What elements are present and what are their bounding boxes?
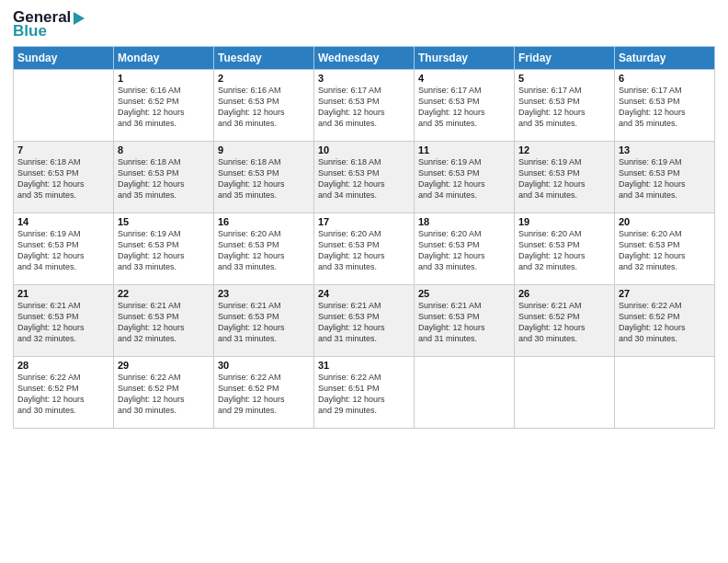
calendar-cell: 8Sunrise: 6:18 AMSunset: 6:53 PMDaylight… [114,142,214,213]
calendar-cell: 31Sunrise: 6:22 AMSunset: 6:51 PMDayligh… [314,357,415,429]
col-wednesday: Wednesday [314,47,415,70]
day-info: Sunrise: 6:20 AMSunset: 6:53 PMDaylight:… [518,228,610,273]
day-info: Sunrise: 6:17 AMSunset: 6:53 PMDaylight:… [418,85,510,130]
day-info: Sunrise: 6:21 AMSunset: 6:53 PMDaylight:… [118,300,210,345]
day-number: 27 [619,288,711,299]
calendar-cell: 18Sunrise: 6:20 AMSunset: 6:53 PMDayligh… [415,213,515,285]
day-info: Sunrise: 6:17 AMSunset: 6:53 PMDaylight:… [518,85,610,130]
calendar-cell: 23Sunrise: 6:21 AMSunset: 6:53 PMDayligh… [214,285,314,357]
day-number: 26 [518,288,610,299]
calendar-cell: 15Sunrise: 6:19 AMSunset: 6:53 PMDayligh… [114,213,214,285]
day-info: Sunrise: 6:18 AMSunset: 6:53 PMDaylight:… [218,156,310,201]
day-info: Sunrise: 6:20 AMSunset: 6:53 PMDaylight:… [619,228,711,273]
day-number: 9 [218,144,310,155]
day-info: Sunrise: 6:21 AMSunset: 6:53 PMDaylight:… [218,300,310,345]
day-info: Sunrise: 6:19 AMSunset: 6:53 PMDaylight:… [17,228,109,273]
calendar-cell: 29Sunrise: 6:22 AMSunset: 6:52 PMDayligh… [114,357,214,429]
calendar-cell: 26Sunrise: 6:21 AMSunset: 6:52 PMDayligh… [515,285,615,357]
calendar-cell: 2Sunrise: 6:16 AMSunset: 6:53 PMDaylight… [214,70,314,142]
calendar-cell: 14Sunrise: 6:19 AMSunset: 6:53 PMDayligh… [14,213,114,285]
day-info: Sunrise: 6:20 AMSunset: 6:53 PMDaylight:… [418,228,510,273]
day-number: 2 [218,73,310,84]
calendar-cell: 19Sunrise: 6:20 AMSunset: 6:53 PMDayligh… [515,213,615,285]
day-number: 12 [518,144,610,155]
day-number: 14 [17,216,109,227]
logo: General Blue [13,9,85,39]
day-number: 17 [318,216,410,227]
day-number: 5 [518,73,610,84]
calendar-cell: 24Sunrise: 6:21 AMSunset: 6:53 PMDayligh… [314,285,415,357]
day-number: 21 [17,288,109,299]
calendar: Sunday Monday Tuesday Wednesday Thursday… [13,46,715,429]
calendar-cell: 28Sunrise: 6:22 AMSunset: 6:52 PMDayligh… [14,357,114,429]
day-number: 19 [518,216,610,227]
calendar-cell: 30Sunrise: 6:22 AMSunset: 6:52 PMDayligh… [214,357,314,429]
day-number: 23 [218,288,310,299]
day-info: Sunrise: 6:18 AMSunset: 6:53 PMDaylight:… [118,156,210,201]
calendar-cell [415,357,515,429]
calendar-cell: 11Sunrise: 6:19 AMSunset: 6:53 PMDayligh… [415,142,515,213]
day-number: 15 [118,216,210,227]
col-saturday: Saturday [615,47,715,70]
day-number: 29 [118,360,210,371]
day-info: Sunrise: 6:18 AMSunset: 6:53 PMDaylight:… [318,156,410,201]
day-info: Sunrise: 6:19 AMSunset: 6:53 PMDaylight:… [118,228,210,273]
day-info: Sunrise: 6:20 AMSunset: 6:53 PMDaylight:… [318,228,410,273]
day-info: Sunrise: 6:18 AMSunset: 6:53 PMDaylight:… [17,156,109,201]
day-info: Sunrise: 6:16 AMSunset: 6:53 PMDaylight:… [218,85,310,130]
day-number: 11 [418,144,510,155]
col-tuesday: Tuesday [214,47,314,70]
day-info: Sunrise: 6:22 AMSunset: 6:52 PMDaylight:… [118,372,210,417]
day-number: 1 [118,73,210,84]
day-number: 10 [318,144,410,155]
logo-blue: Blue [13,23,85,39]
calendar-cell: 27Sunrise: 6:22 AMSunset: 6:52 PMDayligh… [615,285,715,357]
day-info: Sunrise: 6:19 AMSunset: 6:53 PMDaylight:… [619,156,711,201]
day-number: 8 [118,144,210,155]
day-info: Sunrise: 6:21 AMSunset: 6:53 PMDaylight:… [17,300,109,345]
day-number: 16 [218,216,310,227]
day-number: 6 [619,73,711,84]
day-number: 20 [619,216,711,227]
day-info: Sunrise: 6:17 AMSunset: 6:53 PMDaylight:… [619,85,711,130]
day-number: 25 [418,288,510,299]
calendar-week-row: 7Sunrise: 6:18 AMSunset: 6:53 PMDaylight… [14,142,715,213]
day-number: 18 [418,216,510,227]
calendar-cell: 22Sunrise: 6:21 AMSunset: 6:53 PMDayligh… [114,285,214,357]
day-number: 7 [17,144,109,155]
day-info: Sunrise: 6:21 AMSunset: 6:53 PMDaylight:… [318,300,410,345]
calendar-cell: 1Sunrise: 6:16 AMSunset: 6:52 PMDaylight… [114,70,214,142]
calendar-cell: 17Sunrise: 6:20 AMSunset: 6:53 PMDayligh… [314,213,415,285]
calendar-header-row: Sunday Monday Tuesday Wednesday Thursday… [14,47,715,70]
day-number: 30 [218,360,310,371]
day-number: 13 [619,144,711,155]
day-info: Sunrise: 6:16 AMSunset: 6:52 PMDaylight:… [118,85,210,130]
calendar-week-row: 14Sunrise: 6:19 AMSunset: 6:53 PMDayligh… [14,213,715,285]
calendar-week-row: 21Sunrise: 6:21 AMSunset: 6:53 PMDayligh… [14,285,715,357]
day-info: Sunrise: 6:21 AMSunset: 6:52 PMDaylight:… [518,300,610,345]
calendar-cell: 12Sunrise: 6:19 AMSunset: 6:53 PMDayligh… [515,142,615,213]
calendar-cell: 5Sunrise: 6:17 AMSunset: 6:53 PMDaylight… [515,70,615,142]
day-number: 31 [318,360,410,371]
day-number: 3 [318,73,410,84]
day-info: Sunrise: 6:22 AMSunset: 6:51 PMDaylight:… [318,372,410,417]
calendar-cell [14,70,114,142]
calendar-cell: 13Sunrise: 6:19 AMSunset: 6:53 PMDayligh… [615,142,715,213]
col-thursday: Thursday [415,47,515,70]
calendar-cell: 25Sunrise: 6:21 AMSunset: 6:53 PMDayligh… [415,285,515,357]
day-info: Sunrise: 6:19 AMSunset: 6:53 PMDaylight:… [418,156,510,201]
day-info: Sunrise: 6:22 AMSunset: 6:52 PMDaylight:… [619,300,711,345]
col-sunday: Sunday [14,47,114,70]
calendar-cell: 20Sunrise: 6:20 AMSunset: 6:53 PMDayligh… [615,213,715,285]
calendar-cell: 6Sunrise: 6:17 AMSunset: 6:53 PMDaylight… [615,70,715,142]
day-number: 24 [318,288,410,299]
day-info: Sunrise: 6:22 AMSunset: 6:52 PMDaylight:… [218,372,310,417]
header: General Blue [13,9,715,39]
calendar-cell [515,357,615,429]
day-info: Sunrise: 6:19 AMSunset: 6:53 PMDaylight:… [518,156,610,201]
day-number: 28 [17,360,109,371]
day-info: Sunrise: 6:20 AMSunset: 6:53 PMDaylight:… [218,228,310,273]
calendar-cell: 10Sunrise: 6:18 AMSunset: 6:53 PMDayligh… [314,142,415,213]
calendar-week-row: 28Sunrise: 6:22 AMSunset: 6:52 PMDayligh… [14,357,715,429]
page: General Blue Sunday Monday Tuesday Wedne… [0,0,728,563]
